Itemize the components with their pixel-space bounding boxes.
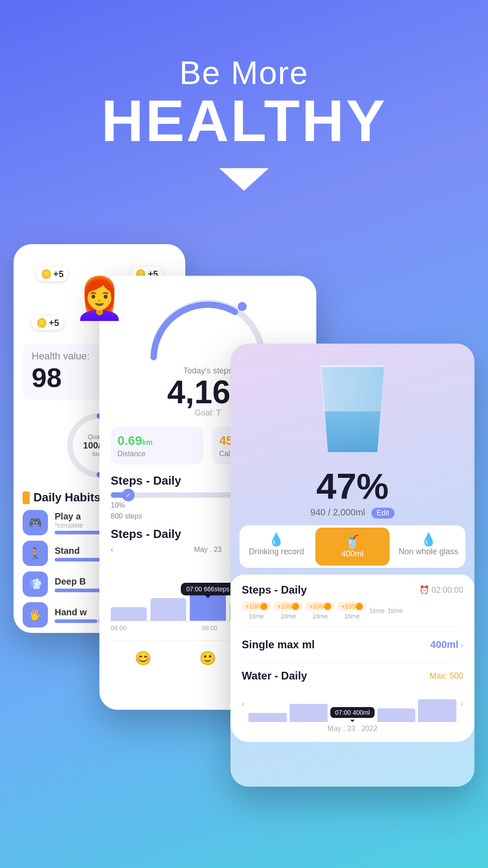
habit-icon-3: 💨 — [23, 571, 48, 597]
svg-rect-3 — [312, 411, 393, 457]
divider-2 — [242, 662, 463, 663]
steps-left: 800 steps — [111, 512, 142, 520]
reward-time-6: 1time — [387, 607, 403, 614]
reward-badge-1: +100🟠 — [242, 602, 271, 611]
water-bars: 07:00 400ml — [244, 686, 460, 722]
water-percent: 47% — [230, 466, 474, 507]
reward-time-1: 1time — [249, 613, 264, 620]
distance-value: 0.69km — [117, 434, 153, 448]
water-chart-month: May . 23 . 2022 — [242, 725, 463, 733]
edit-badge[interactable]: Edit — [371, 508, 395, 519]
reward-time-5: 1time — [369, 607, 385, 614]
water-tooltip-box: 07:00 400ml — [330, 707, 374, 718]
header-section: Be More HEALTHY — [0, 0, 488, 191]
water-cup-svg — [312, 362, 393, 457]
cards-area: 🪙+5 🪙+5 🪙+5 👩‍🦰 Health value: 98 — [0, 217, 488, 868]
reward-time-2: 1time — [281, 613, 296, 620]
tab-non-whole-label: Non whole glass — [399, 547, 458, 556]
be-more-text: Be More — [0, 54, 488, 91]
tab-drinking-label: Drinking record — [249, 547, 304, 556]
habit-bar-4 — [55, 619, 97, 623]
reward-1: +100🟠 1time — [242, 602, 271, 620]
single-max-row[interactable]: Single max ml 400ml › — [242, 634, 463, 656]
chart-month: May . 23 — [194, 546, 221, 554]
tab-drinking-record[interactable]: 💧 Drinking record — [239, 525, 313, 568]
progress-percent: 10% — [111, 501, 125, 509]
water-tabs: 💧 Drinking record 🥤 400ml 💧 Non whole gl… — [239, 525, 465, 568]
w-bar-1 — [249, 713, 287, 722]
single-max-label: Single max ml — [242, 638, 314, 651]
plus-badge-1: 🪙+5 — [36, 267, 68, 281]
water-tooltip: 07:00 400ml — [330, 707, 374, 722]
tab-non-whole-glass[interactable]: 💧 Non whole glass — [392, 525, 465, 568]
svg-point-2 — [238, 302, 247, 311]
reward-badge-2: +100🟠 — [274, 602, 303, 611]
water-tooltip-arrow-icon — [350, 720, 355, 722]
habit-icon-2: 🚶 — [23, 541, 48, 566]
distance-label: Distance — [117, 450, 197, 458]
chart-prev-icon[interactable]: ‹ — [111, 546, 113, 554]
divider-1 — [242, 627, 463, 627]
w-bar-3-wrap: 07:00 400ml — [330, 707, 374, 722]
water-bar-chart: ‹ 07:00 400ml — [242, 686, 463, 722]
water-daily-title: Water - Daily — [242, 670, 307, 682]
bar-time-2: 08:00 — [202, 624, 217, 632]
bar-time-1: 04:00 — [111, 624, 127, 632]
tab-400ml[interactable]: 🥤 400ml — [315, 528, 389, 566]
water-daily-section: Water - Daily Max: 500 ‹ 07:00 400ml — [242, 670, 463, 733]
water-chart-next-icon[interactable]: › — [461, 700, 463, 708]
water-bottom-section: Steps - Daily ⏰ 02:00:00 +100🟠 1time +10… — [230, 575, 474, 742]
reward-time-4: 1time — [344, 613, 360, 620]
water-steps-title: Steps - Daily — [242, 584, 307, 596]
arrow-down-icon — [219, 168, 269, 191]
bar-col-1 — [111, 607, 147, 621]
w-bar-4 — [377, 708, 416, 722]
distance-box: 0.69km Distance — [111, 427, 203, 465]
reward-dots-row: +100🟠 1time +100🟠 1time +100🟠 1time +100… — [242, 602, 463, 620]
water-steps-time: ⏰ 02:00:00 — [419, 585, 463, 595]
progress-check-icon: ✓ — [122, 489, 135, 501]
reward-badge-3: +100🟠 — [305, 602, 335, 611]
tab-400ml-label: 400ml — [341, 549, 363, 558]
single-max-val: 400ml — [430, 639, 458, 650]
cup-icon: 🥤 — [318, 534, 387, 549]
reward-time-3: 1time — [312, 613, 328, 620]
bar-2 — [150, 598, 187, 621]
habit-icon-4: 🖐️ — [23, 602, 48, 627]
healthy-text: HEALTHY — [0, 91, 488, 150]
habit-dot-icon — [23, 491, 30, 504]
water-ml: 940 / 2,000ml Edit — [230, 507, 474, 519]
habit-icon-1: 🎮 — [23, 510, 48, 535]
water-daily-max: Max: 500 — [430, 671, 463, 681]
drinking-record-icon: 💧 — [242, 532, 311, 547]
water-steps-row: Steps - Daily ⏰ 02:00:00 — [242, 584, 463, 596]
bar-col-2 — [150, 598, 187, 621]
progress-bar-fill: ✓ — [111, 492, 130, 498]
single-max-chevron-icon: › — [460, 641, 463, 650]
reward-5: 1time — [369, 607, 385, 614]
bar-chart-tooltip: 07:00 666steps — [181, 583, 235, 595]
habit-bar-1 — [55, 531, 103, 534]
droplet-icon: 💧 — [394, 532, 463, 547]
plus-badge-3: 🪙+5 — [32, 316, 64, 330]
card-water: 47% 940 / 2,000ml Edit 💧 Drinking record… — [230, 344, 474, 787]
nav-icon-1[interactable]: 😊 — [135, 650, 151, 666]
nav-icon-2[interactable]: 🙂 — [199, 650, 216, 666]
bar-1 — [111, 607, 147, 621]
avatar: 👩‍🦰 — [74, 275, 125, 322]
reward-6: 1time — [387, 607, 403, 614]
w-bar-5 — [418, 699, 456, 722]
reward-4: +100🟠 1time — [338, 602, 367, 620]
w-bar-2 — [290, 704, 328, 722]
reward-badge-4: +100🟠 — [338, 602, 367, 611]
reward-3: +100🟠 1time — [305, 602, 335, 620]
reward-2: +100🟠 1time — [274, 602, 303, 620]
water-cup-area — [230, 344, 474, 466]
